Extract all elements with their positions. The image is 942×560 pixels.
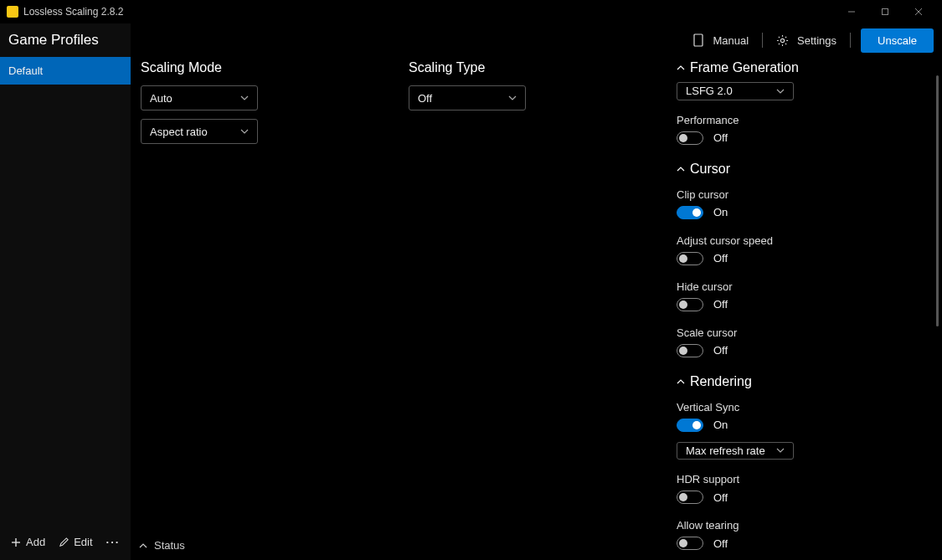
frame-generation-value: LSFG 2.0: [686, 85, 733, 97]
hdr-support-label: HDR support: [677, 473, 924, 486]
aspect-ratio-value: Aspect ratio: [150, 126, 208, 138]
main-area: Manual Settings Unscale Scaling Mode Aut…: [131, 23, 942, 560]
frame-generation-title: Frame Generation: [690, 60, 799, 75]
aspect-ratio-select[interactable]: Aspect ratio: [141, 119, 258, 144]
add-label: Add: [26, 536, 45, 548]
plus-icon: [10, 537, 22, 548]
hide-cursor-label: Hide cursor: [677, 280, 924, 293]
allow-tearing-state: Off: [713, 537, 728, 550]
chevron-down-icon: [508, 95, 517, 100]
scaling-type-value: Off: [418, 92, 432, 105]
chevron-up-icon: [677, 167, 685, 172]
vertical-sync-toggle[interactable]: [677, 419, 703, 432]
adjust-cursor-speed-label: Adjust cursor speed: [677, 234, 924, 247]
sidebar-item-label: Default: [8, 64, 43, 77]
scrollbar[interactable]: [936, 75, 939, 326]
scaling-type-title: Scaling Type: [409, 60, 677, 75]
window-minimize-button[interactable]: [835, 0, 868, 23]
unscale-button[interactable]: Unscale: [861, 28, 934, 53]
scaling-mode-select[interactable]: Auto: [141, 85, 258, 110]
clip-cursor-label: Clip cursor: [677, 188, 924, 201]
app-icon: [7, 6, 18, 18]
more-button[interactable]: ···: [101, 532, 126, 552]
chevron-down-icon: [776, 89, 785, 94]
sidebar: Game Profiles Default Add Edit ···: [0, 23, 131, 560]
vertical-sync-label: Vertical Sync: [677, 401, 924, 414]
add-profile-button[interactable]: Add: [5, 532, 50, 552]
edit-profile-button[interactable]: Edit: [54, 532, 97, 552]
manual-button[interactable]: Manual: [679, 33, 762, 47]
scale-cursor-state: Off: [713, 344, 728, 357]
sidebar-header: Game Profiles: [0, 23, 131, 57]
edit-label: Edit: [74, 536, 92, 548]
svg-rect-6: [694, 34, 703, 46]
vertical-sync-state: On: [713, 419, 728, 431]
hdr-support-toggle[interactable]: [677, 491, 703, 504]
manual-label: Manual: [713, 34, 749, 47]
cursor-header[interactable]: Cursor: [677, 162, 924, 177]
scaling-type-select[interactable]: Off: [409, 85, 526, 110]
adjust-cursor-speed-state: Off: [713, 252, 728, 265]
gear-icon: [776, 34, 789, 47]
scale-cursor-toggle[interactable]: [677, 344, 703, 357]
chevron-up-icon: [139, 543, 147, 548]
performance-toggle[interactable]: [677, 131, 703, 145]
refresh-rate-select[interactable]: Max refresh rate: [677, 442, 794, 460]
status-bar[interactable]: Status: [139, 539, 185, 552]
refresh-rate-value: Max refresh rate: [686, 444, 765, 457]
topbar: Manual Settings Unscale: [131, 23, 942, 57]
clip-cursor-toggle[interactable]: [677, 206, 703, 219]
clip-cursor-state: On: [713, 206, 728, 218]
sidebar-footer: Add Edit ···: [0, 526, 131, 560]
unscale-label: Unscale: [878, 34, 917, 47]
frame-generation-header[interactable]: Frame Generation: [677, 60, 924, 75]
scaling-mode-value: Auto: [150, 92, 172, 105]
hide-cursor-toggle[interactable]: [677, 298, 703, 311]
chevron-up-icon: [677, 379, 685, 384]
rendering-header[interactable]: Rendering: [677, 374, 924, 389]
document-icon: [692, 33, 704, 47]
status-label: Status: [154, 539, 185, 552]
separator: [850, 33, 851, 48]
chevron-up-icon: [677, 65, 685, 70]
scaling-type-panel: Scaling Type Off: [409, 60, 677, 560]
sidebar-item-default[interactable]: Default: [0, 57, 131, 85]
scaling-mode-title: Scaling Mode: [141, 60, 409, 75]
allow-tearing-toggle[interactable]: [677, 537, 703, 550]
title-bar: Lossless Scaling 2.8.2: [0, 0, 942, 23]
chevron-down-icon: [776, 448, 785, 453]
app-title: Lossless Scaling 2.8.2: [23, 6, 835, 18]
right-panel: Frame Generation LSFG 2.0 Performance Of…: [677, 60, 932, 560]
svg-point-7: [780, 39, 784, 42]
window-close-button[interactable]: [902, 0, 935, 23]
allow-tearing-label: Allow tearing: [677, 519, 924, 532]
settings-label: Settings: [797, 34, 836, 47]
frame-generation-select[interactable]: LSFG 2.0: [677, 82, 794, 100]
pencil-icon: [59, 537, 69, 547]
settings-button[interactable]: Settings: [763, 34, 850, 47]
hide-cursor-state: Off: [713, 298, 728, 311]
scaling-mode-panel: Scaling Mode Auto Aspect ratio: [141, 60, 409, 560]
window-maximize-button[interactable]: [868, 0, 902, 23]
chevron-down-icon: [240, 95, 249, 100]
chevron-down-icon: [240, 129, 249, 134]
performance-label: Performance: [677, 114, 924, 126]
hdr-support-state: Off: [713, 491, 728, 504]
scale-cursor-label: Scale cursor: [677, 326, 924, 339]
cursor-title: Cursor: [690, 162, 730, 177]
rendering-title: Rendering: [690, 374, 752, 389]
adjust-cursor-speed-toggle[interactable]: [677, 252, 703, 265]
svg-rect-1: [883, 9, 888, 15]
performance-state: Off: [713, 131, 728, 144]
